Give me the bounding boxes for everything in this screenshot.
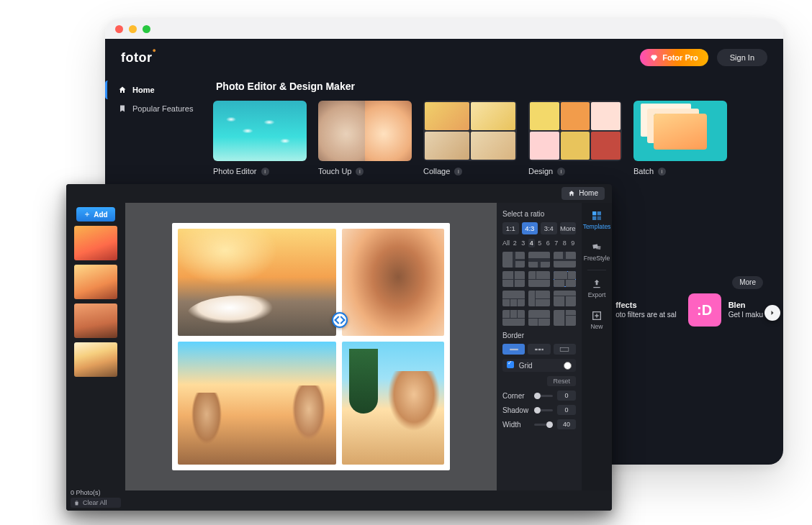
collage-cell[interactable] bbox=[342, 342, 444, 465]
minimize-traffic-light[interactable] bbox=[129, 25, 137, 33]
collage-cell[interactable] bbox=[178, 229, 336, 336]
slider-value: 40 bbox=[557, 419, 576, 429]
close-traffic-light[interactable] bbox=[115, 25, 123, 33]
count-option[interactable]: 7 bbox=[554, 239, 560, 247]
ratio-option[interactable]: 3:4 bbox=[541, 222, 557, 234]
tray-thumb[interactable] bbox=[74, 265, 117, 299]
solid-border-icon bbox=[509, 346, 519, 353]
grid-color-swatch[interactable] bbox=[564, 362, 572, 370]
shadow-slider[interactable]: Shadow 0 bbox=[502, 405, 576, 415]
tab-templates[interactable]: Templates bbox=[583, 207, 610, 233]
count-option[interactable]: 8 bbox=[561, 239, 568, 247]
tab-new[interactable]: New bbox=[583, 307, 610, 333]
slider-label: Width bbox=[502, 421, 530, 429]
layout-option[interactable] bbox=[554, 310, 576, 326]
photo-count: 0 Photo(s) bbox=[71, 489, 121, 496]
slider-track[interactable] bbox=[534, 409, 553, 411]
count-option[interactable]: 2 bbox=[512, 239, 518, 247]
count-option[interactable]: 9 bbox=[570, 239, 577, 247]
pattern-border-icon bbox=[534, 346, 544, 353]
svg-rect-5 bbox=[592, 211, 596, 215]
layout-option[interactable] bbox=[502, 310, 525, 326]
layout-option[interactable] bbox=[502, 271, 525, 287]
card-collage[interactable]: Collagei bbox=[423, 101, 517, 175]
slider-track[interactable] bbox=[534, 395, 553, 397]
divider-drag-handle[interactable] bbox=[332, 312, 348, 328]
ratio-option[interactable]: 1:1 bbox=[502, 222, 519, 234]
diamond-icon bbox=[650, 54, 658, 62]
layout-option[interactable] bbox=[528, 252, 551, 268]
tab-label: FreeStyle bbox=[584, 255, 610, 262]
collage-cell[interactable] bbox=[342, 229, 444, 336]
card-label: Batch bbox=[633, 167, 654, 175]
tab-label: Export bbox=[588, 291, 606, 298]
grid-checkbox[interactable] bbox=[507, 361, 514, 368]
brand-logo: fotor● bbox=[121, 50, 156, 65]
editor-home-button[interactable]: Home bbox=[561, 187, 605, 200]
zoom-traffic-light[interactable] bbox=[143, 25, 150, 33]
tray-thumb[interactable] bbox=[74, 342, 117, 377]
layout-option[interactable] bbox=[554, 252, 576, 268]
count-option[interactable]: All bbox=[502, 239, 510, 247]
slider-label: Corner bbox=[502, 392, 530, 400]
trash-icon bbox=[73, 500, 80, 506]
tab-separator bbox=[587, 270, 606, 270]
clear-all-button[interactable]: Clear All bbox=[71, 498, 121, 508]
info-icon[interactable]: i bbox=[454, 168, 462, 175]
card-thumb bbox=[423, 101, 517, 161]
collage-canvas[interactable] bbox=[172, 223, 450, 470]
card-label: Photo Editor bbox=[213, 167, 257, 175]
more-button[interactable]: More bbox=[732, 276, 763, 289]
grid-toggle-row: Grid bbox=[502, 359, 576, 372]
section-title: Photo Editor & Design Maker bbox=[216, 81, 783, 92]
corner-slider[interactable]: Corner 0 bbox=[502, 391, 576, 401]
count-option[interactable]: 6 bbox=[545, 239, 551, 247]
tab-label: Templates bbox=[583, 223, 611, 230]
carousel-next-button[interactable] bbox=[764, 305, 780, 321]
tab-freestyle[interactable]: FreeStyle bbox=[583, 239, 610, 265]
info-icon[interactable]: i bbox=[557, 168, 565, 175]
promo-chip-blend[interactable]: Blen Get l maku bbox=[688, 293, 763, 327]
layout-option[interactable] bbox=[528, 310, 551, 326]
layout-option[interactable] bbox=[554, 271, 576, 287]
sidebar-item-popular[interactable]: Popular Features bbox=[105, 99, 213, 118]
layout-option[interactable] bbox=[554, 291, 576, 306]
card-touch-up[interactable]: Touch Upi bbox=[318, 101, 412, 175]
layout-option[interactable] bbox=[528, 291, 551, 306]
sidebar-item-home[interactable]: Home bbox=[105, 81, 213, 99]
layout-option[interactable] bbox=[502, 252, 525, 268]
count-option[interactable]: 4 bbox=[528, 239, 535, 247]
tab-export[interactable]: Export bbox=[583, 275, 610, 301]
signin-button[interactable]: Sign In bbox=[717, 49, 767, 66]
layout-option[interactable] bbox=[502, 291, 525, 306]
feature-cards: Photo Editori Touch Upi Collagei Designi bbox=[213, 101, 783, 175]
ratio-option[interactable]: 4:3 bbox=[522, 222, 538, 234]
info-icon[interactable]: i bbox=[356, 168, 364, 175]
collage-cell[interactable] bbox=[178, 342, 336, 465]
home-icon bbox=[568, 190, 575, 197]
width-slider[interactable]: Width 40 bbox=[502, 419, 576, 429]
info-icon[interactable]: i bbox=[658, 168, 666, 175]
card-design[interactable]: Designi bbox=[528, 101, 622, 175]
promo-title: Blen bbox=[728, 301, 763, 311]
ratio-option[interactable]: More bbox=[560, 222, 577, 234]
card-photo-editor[interactable]: Photo Editori bbox=[213, 101, 307, 175]
tab-label: New bbox=[590, 323, 603, 330]
fotor-pro-button[interactable]: Fotor Pro bbox=[640, 49, 708, 66]
tray-thumb[interactable] bbox=[74, 303, 117, 338]
card-batch[interactable]: Batchi bbox=[633, 101, 727, 175]
count-option[interactable]: 5 bbox=[537, 239, 543, 247]
layout-option[interactable] bbox=[528, 271, 551, 287]
count-option[interactable]: 3 bbox=[520, 239, 527, 247]
slider-track[interactable] bbox=[534, 424, 553, 426]
border-mode-option[interactable] bbox=[528, 344, 550, 355]
add-photo-button[interactable]: Add bbox=[76, 207, 115, 222]
svg-rect-7 bbox=[592, 216, 596, 220]
tray-thumb[interactable] bbox=[74, 226, 117, 260]
border-mode-option[interactable] bbox=[554, 344, 576, 355]
reset-button[interactable]: Reset bbox=[547, 376, 576, 386]
ratio-segmented: 1:1 4:3 3:4 More bbox=[502, 222, 576, 234]
info-icon[interactable]: i bbox=[261, 168, 269, 175]
promo-chip-effects[interactable]: ffects oto filters are at sal bbox=[615, 293, 676, 327]
border-mode-option[interactable] bbox=[502, 344, 525, 355]
